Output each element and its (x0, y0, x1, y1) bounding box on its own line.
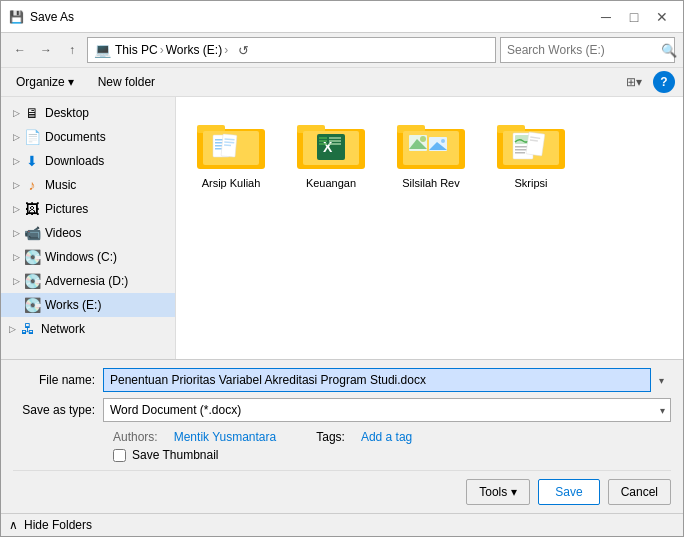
network-icon: 🖧 (19, 320, 37, 338)
sidebar-label-music: Music (45, 178, 76, 192)
expand-icon[interactable]: ▷ (9, 106, 23, 120)
sidebar-label-videos: Videos (45, 226, 81, 240)
sidebar-label-works-e: Works (E:) (45, 298, 101, 312)
svg-rect-40 (526, 132, 545, 156)
folder-icon-keuangan: X (295, 115, 367, 173)
svg-rect-18 (319, 140, 327, 142)
folder-label-keuangan: Keuangan (306, 177, 356, 189)
sidebar-item-works-e[interactable]: ▷ 💽 Works (E:) (1, 293, 175, 317)
folder-arsip-kuliah[interactable]: Arsip Kuliah (186, 107, 276, 197)
sidebar-label-advernesia-d: Advernesia (D:) (45, 274, 128, 288)
window-controls: ─ □ ✕ (593, 7, 675, 27)
folder-skripsi[interactable]: Skripsi (486, 107, 576, 197)
svg-point-28 (420, 136, 426, 142)
sidebar-item-advernesia-d[interactable]: ▷ 💽 Advernesia (D:) (1, 269, 175, 293)
folder-silsilah-rev[interactable]: Silsilah Rev (386, 107, 476, 197)
folder-thumb-keuangan: X (295, 115, 367, 173)
save-button[interactable]: Save (538, 479, 599, 505)
forward-button[interactable]: → (35, 39, 57, 61)
svg-rect-39 (515, 152, 525, 154)
address-bar[interactable]: 💻 This PC › Works (E:) › ↺ (87, 37, 496, 63)
svg-rect-20 (329, 137, 341, 139)
save-as-dialog: 💾 Save As ─ □ ✕ ← → ↑ 💻 This PC › Works … (0, 0, 684, 537)
search-box[interactable]: 🔍 (500, 37, 675, 63)
sidebar-label-downloads: Downloads (45, 154, 104, 168)
view-options-button[interactable]: ⊞ ▾ (623, 71, 645, 93)
sidebar-label-pictures: Pictures (45, 202, 88, 216)
authors-value[interactable]: Mentik Yusmantara (174, 430, 277, 444)
expand-icon[interactable]: ▷ (9, 250, 23, 264)
folder-thumb-arsip (195, 115, 267, 173)
filename-label: File name: (13, 373, 103, 387)
sidebar: ▷ 🖥 Desktop ▷ 📄 Documents ▷ ⬇ Downloads … (1, 97, 176, 359)
filename-dropdown-button[interactable]: ▾ (651, 375, 671, 386)
breadcrumb-pc: This PC (115, 43, 158, 57)
minimize-button[interactable]: ─ (593, 7, 619, 27)
documents-icon: 📄 (23, 128, 41, 146)
secondary-toolbar: Organize ▾ New folder ⊞ ▾ ? (1, 68, 683, 97)
breadcrumb-drive: Works (E:) (166, 43, 222, 57)
folder-keuangan[interactable]: X Keuangan (286, 107, 376, 197)
expand-icon[interactable]: ▷ (5, 322, 19, 336)
save-thumbnail-label[interactable]: Save Thumbnail (132, 448, 219, 462)
thumbnail-row: Save Thumbnail (13, 448, 671, 462)
advernesia-drive-icon: 💽 (23, 272, 41, 290)
sidebar-item-documents[interactable]: ▷ 📄 Documents (1, 125, 175, 149)
breadcrumb: This PC › Works (E:) › (115, 43, 228, 57)
help-button[interactable]: ? (653, 71, 675, 93)
expand-icon[interactable]: ▷ (9, 178, 23, 192)
saveas-select[interactable]: Word Document (*.docx) (103, 398, 671, 422)
folder-thumb-silsilah (395, 115, 467, 173)
save-thumbnail-checkbox[interactable] (113, 449, 126, 462)
meta-row: Authors: Mentik Yusmantara Tags: Add a t… (13, 428, 671, 446)
organize-label: Organize (16, 75, 65, 89)
dialog-title: Save As (30, 10, 593, 24)
close-button[interactable]: ✕ (649, 7, 675, 27)
maximize-button[interactable]: □ (621, 7, 647, 27)
search-icon: 🔍 (661, 43, 677, 58)
sidebar-item-network[interactable]: ▷ 🖧 Network (1, 317, 175, 341)
back-button[interactable]: ← (9, 39, 31, 61)
new-folder-button[interactable]: New folder (89, 71, 164, 93)
downloads-icon: ⬇ (23, 152, 41, 170)
expand-icon[interactable]: ▷ (9, 202, 23, 216)
title-bar: 💾 Save As ─ □ ✕ (1, 1, 683, 33)
pictures-icon: 🖼 (23, 200, 41, 218)
hide-folders-label: Hide Folders (24, 518, 92, 532)
saveas-row: Save as type: Word Document (*.docx) (13, 398, 671, 422)
sidebar-item-music[interactable]: ▷ ♪ Music (1, 173, 175, 197)
sidebar-item-desktop[interactable]: ▷ 🖥 Desktop (1, 101, 175, 125)
sidebar-item-pictures[interactable]: ▷ 🖼 Pictures (1, 197, 175, 221)
svg-rect-17 (319, 137, 327, 139)
folder-icon-arsip (195, 115, 267, 173)
sidebar-item-videos[interactable]: ▷ 📹 Videos (1, 221, 175, 245)
sidebar-item-windows-c[interactable]: ▷ 💽 Windows (C:) (1, 245, 175, 269)
expand-icon[interactable]: ▷ (9, 274, 23, 288)
sidebar-label-windows-c: Windows (C:) (45, 250, 117, 264)
hide-folders-arrow-icon: ∧ (9, 518, 18, 532)
file-area: Arsip Kuliah X (176, 97, 683, 359)
folder-icon-silsilah (395, 115, 467, 173)
tags-label: Tags: (316, 430, 345, 444)
svg-point-31 (441, 139, 445, 143)
dialog-icon: 💾 (9, 10, 24, 24)
view-arrow-icon: ▾ (636, 75, 642, 89)
organize-button[interactable]: Organize ▾ (9, 71, 81, 93)
expand-icon[interactable]: ▷ (9, 226, 23, 240)
tags-value[interactable]: Add a tag (361, 430, 412, 444)
up-button[interactable]: ↑ (61, 39, 83, 61)
action-row: Tools ▾ Save Cancel (13, 470, 671, 505)
videos-icon: 📹 (23, 224, 41, 242)
sidebar-item-downloads[interactable]: ▷ ⬇ Downloads (1, 149, 175, 173)
tools-button[interactable]: Tools ▾ (466, 479, 530, 505)
hide-folders-bar[interactable]: ∧ Hide Folders (1, 513, 683, 536)
expand-icon[interactable]: ▷ (9, 130, 23, 144)
filename-input[interactable] (103, 368, 651, 392)
search-input[interactable] (507, 43, 657, 57)
svg-rect-21 (329, 140, 341, 142)
cancel-button[interactable]: Cancel (608, 479, 671, 505)
refresh-button[interactable]: ↺ (232, 39, 254, 61)
organize-arrow-icon: ▾ (68, 75, 74, 89)
view-grid-icon: ⊞ (626, 75, 636, 89)
expand-icon[interactable]: ▷ (9, 154, 23, 168)
